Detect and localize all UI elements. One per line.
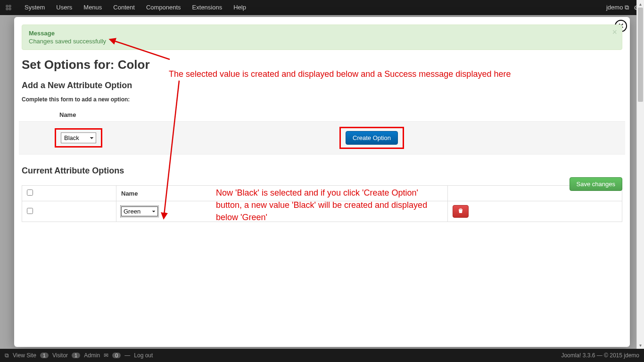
name-column-label: Name	[59, 111, 625, 118]
topbar-menu: System Users Menus Content Components Ex…	[19, 0, 252, 15]
menu-help[interactable]: Help	[228, 0, 252, 15]
options-table: Name Green	[22, 185, 622, 222]
trash-icon	[458, 208, 463, 215]
svg-point-0	[6, 5, 8, 8]
row-actions-cell	[448, 201, 622, 222]
menu-extensions[interactable]: Extensions	[187, 0, 228, 15]
scrollbar-thumb[interactable]	[638, 8, 643, 102]
row-checkbox[interactable]	[27, 208, 33, 214]
annotation-highlight-button: Create Option	[339, 127, 404, 149]
admin-topbar: System Users Menus Content Components Ex…	[0, 0, 644, 15]
add-option-hint: Complete this form to add a new option:	[22, 96, 622, 103]
alert-close-button[interactable]: ×	[612, 28, 617, 36]
logout-icon: —	[124, 352, 130, 359]
name-column-header: Name	[116, 186, 448, 201]
visitor-count-badge: 1	[40, 353, 49, 358]
svg-point-3	[8, 8, 11, 10]
menu-system[interactable]: System	[19, 0, 50, 15]
admin-label: Admin	[84, 352, 100, 359]
annotation-highlight-select: Black	[55, 128, 102, 148]
menu-users[interactable]: Users	[50, 0, 78, 15]
save-changes-button[interactable]: Save changes	[570, 177, 622, 191]
alert-title: Message	[29, 30, 615, 37]
admin-count-badge: 1	[72, 353, 80, 358]
create-option-button[interactable]: Create Option	[346, 131, 398, 145]
external-link-icon: ⧉	[5, 352, 9, 359]
joomla-logo-icon	[5, 4, 12, 11]
external-link-icon: ⧉	[625, 4, 629, 11]
window-scrollbar[interactable]: ▴ ▾	[636, 0, 644, 349]
menu-menus[interactable]: Menus	[78, 0, 107, 15]
menu-components[interactable]: Components	[140, 0, 187, 15]
page-title: Set Options for: Color	[22, 58, 622, 72]
logout-link[interactable]: Log out	[134, 352, 153, 359]
statusbar-version: Joomla! 3.3.6 — © 2015 jdemo	[561, 352, 639, 359]
svg-point-1	[8, 5, 11, 8]
select-all-cell	[22, 186, 116, 201]
message-count-badge: 0	[112, 353, 121, 358]
select-all-checkbox[interactable]	[27, 189, 33, 196]
row-name-select[interactable]: Green	[121, 206, 158, 216]
admin-statusbar: ⧉ View Site 1 Visitor 1 Admin ✉ 0 — Log …	[0, 349, 644, 362]
view-site-link[interactable]: View Site	[13, 352, 36, 359]
current-options-heading: Current Attribute Options	[22, 166, 619, 176]
success-alert: Message Changes saved successfully ×	[22, 25, 622, 50]
create-option-row: Black Create Option	[19, 121, 625, 155]
user-menu[interactable]: jdemo ⧉	[606, 4, 629, 11]
delete-row-button[interactable]	[453, 205, 469, 218]
svg-point-2	[6, 8, 8, 10]
mail-icon: ✉	[104, 352, 108, 359]
visitor-label: Visitor	[52, 352, 68, 359]
table-row: Green	[22, 201, 622, 222]
menu-content[interactable]: Content	[107, 0, 140, 15]
scroll-up-icon[interactable]: ▴	[637, 0, 644, 8]
option-name-select[interactable]: Black	[61, 132, 96, 143]
alert-text: Changes saved successfully	[29, 38, 615, 45]
current-options-section: Current Attribute Options Save changes N…	[22, 166, 622, 222]
add-option-heading: Add a New Attribute Option	[22, 81, 622, 90]
scroll-down-icon[interactable]: ▾	[637, 341, 644, 349]
table-header-row: Name	[22, 186, 622, 201]
row-checkbox-cell	[22, 201, 116, 222]
options-modal: ✕ Message Changes saved successfully × S…	[14, 17, 630, 347]
topbar-right: jdemo ⧉ ⚙	[606, 4, 639, 11]
row-name-cell: Green	[116, 201, 448, 222]
